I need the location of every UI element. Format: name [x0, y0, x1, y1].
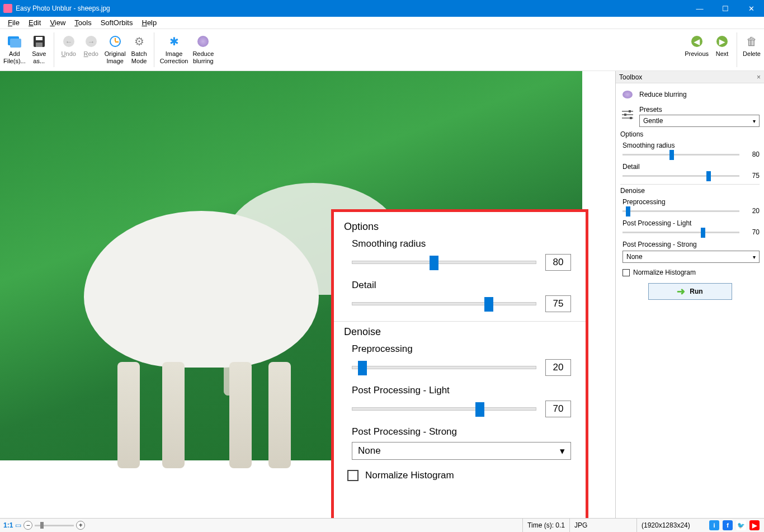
menu-file[interactable]: File: [3, 17, 24, 28]
svg-rect-4: [36, 43, 43, 47]
run-button[interactable]: ➜ Run: [648, 283, 732, 300]
tb-smoothing-slider[interactable]: [622, 154, 739, 156]
tb-post-strong-select[interactable]: None ▾: [622, 251, 760, 263]
denoise-heading: Denoise: [344, 326, 576, 338]
blur-icon: [620, 89, 635, 100]
caret-down-icon: ▾: [753, 254, 756, 260]
tb-detail-slider[interactable]: [622, 175, 739, 177]
tb-detail-value: 75: [744, 172, 760, 180]
caret-down-icon: ▾: [560, 445, 565, 457]
presets-label: Presets: [639, 106, 760, 114]
next-button[interactable]: ▶ Next: [711, 31, 733, 68]
menu-edit[interactable]: Edit: [24, 17, 45, 28]
info-icon[interactable]: i: [709, 520, 719, 530]
detail-value[interactable]: 75: [545, 295, 571, 312]
status-dimensions: (1920x1283x24): [636, 519, 709, 532]
main-area: Options Smoothing radius 80 Detail 75 De…: [0, 71, 764, 518]
toolbox-close-button[interactable]: ×: [757, 73, 761, 81]
detail-label: Detail: [352, 280, 571, 291]
tb-detail-label: Detail: [622, 163, 760, 171]
status-format: JPG: [569, 519, 636, 532]
facebook-icon[interactable]: f: [723, 520, 733, 530]
tb-preprocessing-value: 20: [744, 207, 760, 215]
svg-rect-9: [624, 114, 626, 116]
arrow-right-icon: ▶: [714, 34, 730, 49]
toolbox-panel: Toolbox × Reduce blurring Presets Gentle…: [615, 71, 764, 518]
svg-rect-5: [622, 111, 633, 112]
blur-icon: [195, 34, 211, 49]
checkbox-icon: [347, 470, 359, 481]
toolbar: Add File(s)... Save as... ← Undo → Redo …: [0, 29, 764, 71]
redo-button[interactable]: → Redo: [80, 31, 102, 68]
previous-button[interactable]: ◀ Previous: [682, 31, 711, 68]
options-heading: Options: [344, 221, 576, 233]
zoom-ratio[interactable]: 1:1: [3, 521, 13, 529]
zoom-slider[interactable]: [35, 525, 74, 526]
presets-select[interactable]: Gentle ▾: [639, 115, 760, 127]
svg-rect-3: [36, 37, 43, 40]
preprocessing-value[interactable]: 20: [545, 359, 571, 376]
sparkle-icon: ✱: [166, 34, 182, 49]
svg-rect-1: [10, 39, 21, 48]
post-strong-select[interactable]: None ▾: [352, 442, 571, 460]
add-files-button[interactable]: Add File(s)...: [1, 31, 28, 68]
close-button[interactable]: ✕: [738, 0, 764, 17]
undo-button[interactable]: ← Undo: [58, 31, 80, 68]
toolbox-header: Toolbox ×: [616, 71, 764, 83]
tb-options-heading: Options: [620, 130, 760, 138]
app-icon: [3, 4, 12, 13]
tb-post-light-slider[interactable]: [622, 232, 739, 233]
toolbox-mode: Reduce blurring: [639, 91, 687, 98]
gear-icon: ⚙: [131, 34, 147, 49]
youtube-icon[interactable]: ▶: [749, 520, 760, 530]
svg-rect-8: [629, 110, 631, 112]
twitter-icon[interactable]: 🐦: [736, 520, 746, 530]
tb-normalize-checkbox[interactable]: Normalize Histogram: [622, 269, 760, 276]
sliders-icon: [620, 109, 635, 120]
add-files-icon: [7, 34, 22, 49]
post-light-value[interactable]: 70: [545, 401, 571, 417]
status-time: Time (s): 0.1: [522, 519, 569, 532]
delete-button[interactable]: 🗑 Delete: [741, 31, 763, 68]
normalize-checkbox[interactable]: Normalize Histogram: [347, 470, 576, 481]
zoom-in-button[interactable]: +: [76, 521, 85, 530]
maximize-button[interactable]: ☐: [713, 0, 738, 17]
statusbar: 1:1 ▭ − + Time (s): 0.1 JPG (1920x1283x2…: [0, 518, 764, 532]
tb-post-strong-label: Post Processing - Strong: [622, 241, 760, 248]
menu-view[interactable]: View: [45, 17, 70, 28]
detail-slider[interactable]: [352, 302, 536, 305]
fit-screen-icon[interactable]: ▭: [15, 521, 21, 529]
tb-preprocessing-label: Preprocessing: [622, 198, 760, 206]
menu-softorbits[interactable]: SoftOrbits: [96, 17, 138, 28]
image-correction-button[interactable]: ✱ Image Correction: [158, 31, 191, 68]
minimize-button[interactable]: —: [687, 0, 713, 17]
options-overlay: Options Smoothing radius 80 Detail 75 De…: [331, 209, 588, 518]
batch-mode-button[interactable]: ⚙ Batch Mode: [128, 31, 150, 68]
save-as-button[interactable]: Save as...: [28, 31, 50, 68]
titlebar: Easy Photo Unblur - sheeps.jpg — ☐ ✕: [0, 0, 764, 17]
checkbox-icon: [622, 269, 630, 276]
tb-preprocessing-slider[interactable]: [622, 210, 739, 212]
window-title: Easy Photo Unblur - sheeps.jpg: [16, 4, 687, 12]
preprocessing-slider[interactable]: [352, 366, 536, 369]
canvas[interactable]: Options Smoothing radius 80 Detail 75 De…: [0, 71, 615, 518]
smoothing-label: Smoothing radius: [352, 238, 571, 249]
smoothing-slider[interactable]: [352, 261, 536, 264]
arrow-left-icon: ◀: [689, 34, 705, 49]
zoom-out-button[interactable]: −: [23, 521, 32, 530]
menubar: File Edit View Tools SoftOrbits Help: [0, 17, 764, 29]
preprocessing-label: Preprocessing: [352, 343, 571, 355]
post-strong-label: Post Processing - Strong: [352, 426, 571, 437]
tb-smoothing-label: Smoothing radius: [622, 142, 760, 149]
tb-post-light-label: Post Processing - Light: [622, 219, 760, 227]
redo-icon: →: [83, 34, 99, 49]
undo-icon: ←: [61, 34, 77, 49]
tb-smoothing-value: 80: [744, 150, 760, 158]
run-arrow-icon: ➜: [677, 285, 685, 298]
reduce-blurring-button[interactable]: Reduce blurring: [190, 31, 216, 68]
post-light-slider[interactable]: [352, 407, 536, 411]
smoothing-value[interactable]: 80: [545, 254, 571, 271]
menu-tools[interactable]: Tools: [70, 17, 96, 28]
menu-help[interactable]: Help: [137, 17, 161, 28]
original-image-button[interactable]: Original Image: [102, 31, 128, 68]
